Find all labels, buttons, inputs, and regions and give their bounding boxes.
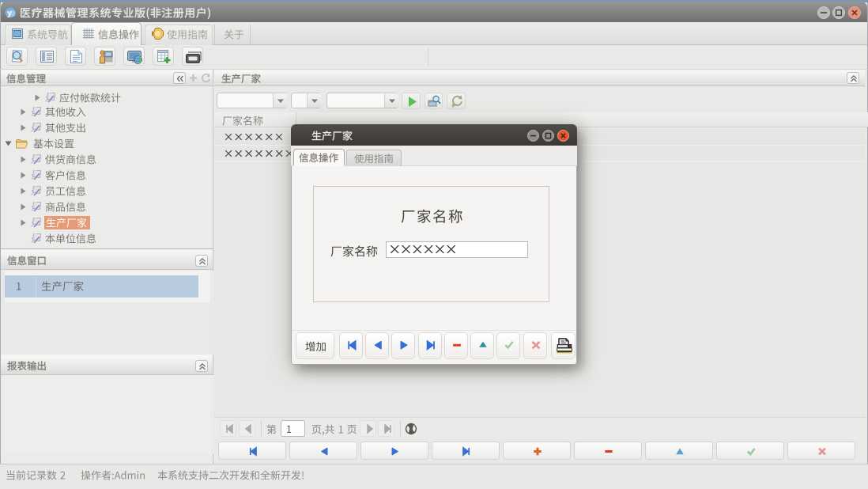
svg-text:y: y (7, 9, 12, 17)
